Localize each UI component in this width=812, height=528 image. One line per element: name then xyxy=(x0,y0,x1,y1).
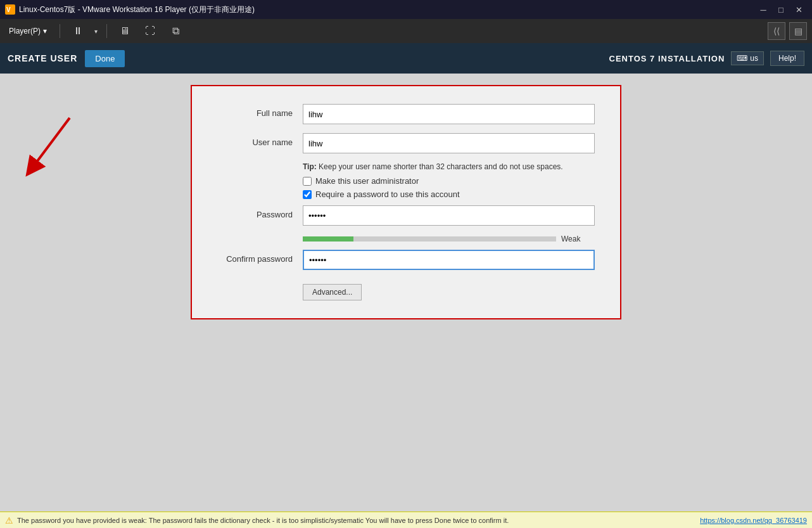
main-content: Full name User name Tip: Keep your user … xyxy=(0,74,812,512)
user-name-row: User name xyxy=(205,133,595,153)
confirm-password-input[interactable] xyxy=(303,250,595,270)
keyboard-icon: ⌨ xyxy=(737,54,747,63)
fullscreen-icon: ⛶ xyxy=(145,25,155,37)
arrow-indicator xyxy=(13,112,89,188)
title-bar-left: V Linux-Centos7版 - VMware Workstation 16… xyxy=(5,4,255,15)
keyboard-label: us xyxy=(750,54,758,63)
tip-body: Keep your user name shorter than 32 char… xyxy=(317,162,563,171)
player-menu-button[interactable]: Player(P) ▾ xyxy=(5,24,51,38)
full-name-input[interactable] xyxy=(303,104,595,124)
vm-button[interactable]: 🖥 xyxy=(116,22,134,40)
strength-bar-fill xyxy=(303,236,353,241)
keyboard-selector[interactable]: ⌨ us xyxy=(731,51,764,65)
app-header-right: CENTOS 7 INSTALLATION ⌨ us Help! xyxy=(609,51,805,66)
title-bar-controls: ─ □ ✕ xyxy=(755,3,807,16)
unity-button[interactable]: ⧉ xyxy=(167,22,184,40)
close-button[interactable]: ✕ xyxy=(790,3,807,16)
tip-text: Tip: Keep your user name shorter than 32… xyxy=(303,162,595,171)
password-input[interactable] xyxy=(303,205,595,226)
user-name-input[interactable] xyxy=(303,133,595,153)
password-row: Password xyxy=(205,205,595,226)
page-title: CREATE USER xyxy=(8,53,77,63)
player-menu-label: Player(P) xyxy=(9,27,41,35)
pause-icon: ⏸ xyxy=(73,25,83,37)
app-header: CREATE USER Done CENTOS 7 INSTALLATION ⌨… xyxy=(0,43,812,74)
pause-dropdown-icon: ▾ xyxy=(94,28,98,35)
back-nav-button[interactable]: ⟨⟨ xyxy=(768,22,785,40)
password-strength-row: Weak xyxy=(303,235,595,243)
user-name-label: User name xyxy=(205,133,303,147)
confirm-password-row: Confirm password xyxy=(205,250,595,270)
fullscreen-button[interactable]: ⛶ xyxy=(141,22,159,40)
back-nav-icon: ⟨⟨ xyxy=(773,26,780,36)
dropdown-arrow-icon: ▾ xyxy=(43,27,47,35)
toolbar: Player(P) ▾ ⏸ ▾ 🖥 ⛶ ⧉ ⟨⟨ ▤ xyxy=(0,19,812,43)
admin-checkbox[interactable] xyxy=(303,177,312,186)
unity-icon: ⧉ xyxy=(172,25,179,37)
svg-text:V: V xyxy=(6,6,11,13)
installation-label: CENTOS 7 INSTALLATION xyxy=(609,54,725,63)
tip-prefix: Tip: xyxy=(303,162,317,171)
vmware-icon: V xyxy=(5,4,15,15)
title-bar: V Linux-Centos7版 - VMware Workstation 16… xyxy=(0,0,812,19)
advanced-row: Advanced... xyxy=(205,279,595,300)
pause-button[interactable]: ⏸ xyxy=(69,22,87,40)
password-required-checkbox[interactable] xyxy=(303,190,312,199)
help-button[interactable]: Help! xyxy=(770,51,804,66)
full-name-label: Full name xyxy=(205,104,303,118)
password-required-label[interactable]: Require a password to use this account xyxy=(315,190,460,199)
admin-checkbox-row: Make this user administrator xyxy=(303,176,595,186)
restore-button[interactable]: □ xyxy=(773,3,789,16)
warning-icon: ⚠ xyxy=(5,515,13,525)
admin-checkbox-label[interactable]: Make this user administrator xyxy=(315,176,419,186)
full-name-row: Full name xyxy=(205,104,595,124)
strength-bar-background xyxy=(303,236,556,241)
done-button[interactable]: Done xyxy=(85,50,125,67)
warning-text: The password you have provided is weak: … xyxy=(17,517,509,524)
password-required-row: Require a password to use this account xyxy=(303,190,595,199)
toolbar-separator-2 xyxy=(106,24,107,38)
form-panel: Full name User name Tip: Keep your user … xyxy=(191,85,621,319)
bottom-bar: ⚠ The password you have provided is weak… xyxy=(0,512,812,528)
minimize-button[interactable]: ─ xyxy=(755,3,771,16)
confirm-password-label: Confirm password xyxy=(205,250,303,264)
bottom-warning: ⚠ The password you have provided is weak… xyxy=(5,515,509,525)
panel-toggle-icon: ▤ xyxy=(794,26,802,36)
bottom-link: https://blog.csdn.net/qq_36763419 xyxy=(700,517,807,524)
app-header-left: CREATE USER Done xyxy=(8,50,125,67)
title-bar-title: Linux-Centos7版 - VMware Workstation 16 P… xyxy=(19,4,255,15)
password-label: Password xyxy=(205,205,303,219)
toolbar-separator-1 xyxy=(60,24,60,38)
panel-toggle-button[interactable]: ▤ xyxy=(789,22,807,40)
toolbar-right: ⟨⟨ ▤ xyxy=(768,22,807,40)
svg-line-3 xyxy=(32,118,70,169)
strength-label: Weak xyxy=(561,235,584,243)
advanced-button[interactable]: Advanced... xyxy=(303,284,362,300)
vm-settings-icon: 🖥 xyxy=(120,25,130,37)
